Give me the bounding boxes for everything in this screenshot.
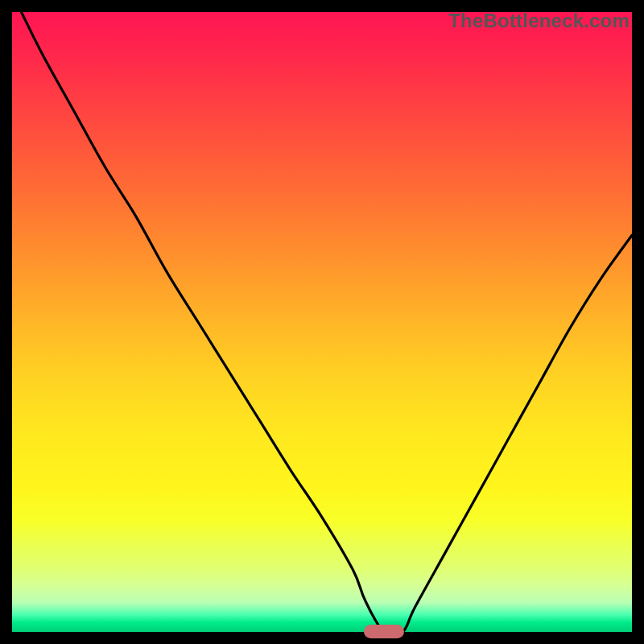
minimum-marker [364,625,404,638]
watermark-text: TheBottleneck.com [448,10,630,32]
bottleneck-curve [12,12,632,632]
chart-container: TheBottleneck.com [0,0,644,644]
plot-area [12,12,632,632]
